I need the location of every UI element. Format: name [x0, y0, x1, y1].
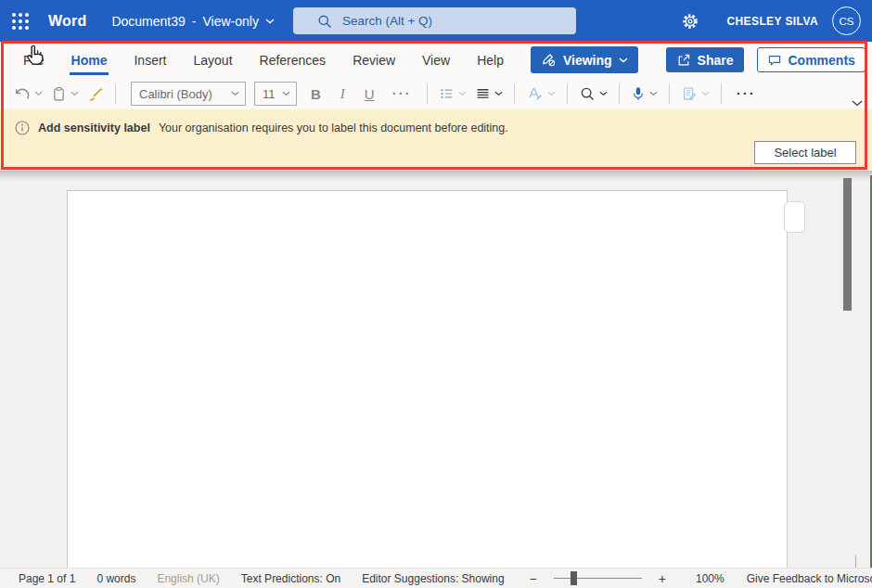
dictate-icon — [631, 85, 646, 103]
chevron-down-icon — [619, 58, 628, 63]
tab-view[interactable]: View — [422, 53, 450, 68]
tab-home[interactable]: Home — [71, 53, 108, 68]
chevron-down-icon — [231, 91, 239, 96]
text-predictions-toggle[interactable]: Text Predictions: On — [241, 572, 340, 585]
align-button[interactable] — [475, 85, 503, 102]
top-bar: Word Document39 - View-only Search (Alt … — [0, 0, 872, 42]
user-name[interactable]: CHESLEY SILVA — [726, 15, 818, 28]
undo-button[interactable] — [13, 85, 43, 103]
chevron-down-icon — [265, 19, 275, 24]
document-title: Document39 — [111, 14, 185, 29]
word-online-window: Word Document39 - View-only Search (Alt … — [0, 0, 872, 588]
comments-button[interactable]: Comments — [757, 47, 866, 72]
bullet-list-button[interactable] — [439, 85, 467, 102]
divider — [619, 83, 620, 104]
paste-icon — [51, 85, 67, 103]
divider — [115, 83, 116, 104]
chevron-down-icon — [852, 100, 863, 107]
chevron-down-icon — [547, 91, 556, 96]
zoom-level[interactable]: 100% — [696, 572, 725, 585]
divider — [514, 83, 515, 104]
chevron-down-icon — [494, 91, 503, 96]
chevron-down-icon — [701, 91, 710, 96]
sensitivity-notification-bar: Add sensitivity label Your organisation … — [0, 109, 872, 171]
select-label-button[interactable]: Select label — [754, 141, 856, 164]
divider — [567, 83, 568, 104]
language-indicator: English (UK) — [157, 572, 219, 585]
bullet-list-icon — [439, 85, 455, 102]
tab-file[interactable]: File — [23, 53, 45, 68]
format-painter-icon — [87, 85, 104, 102]
format-painter-button[interactable] — [87, 85, 104, 102]
vertical-scrollbar-thumb[interactable] — [843, 178, 852, 311]
styles-button[interactable] — [526, 85, 556, 102]
status-bar: Page 1 of 1 0 words English (UK) Text Pr… — [0, 568, 872, 588]
search-icon — [317, 14, 332, 29]
font-name-select[interactable]: Calibri (Body) — [131, 82, 246, 106]
zoom-slider-thumb[interactable] — [571, 571, 577, 585]
zoom-controls: − + 100% Give Feedback to Microsoft — [526, 571, 872, 586]
bold-button[interactable]: B — [305, 86, 327, 102]
search-input[interactable]: Search (Alt + Q) — [293, 7, 576, 34]
tab-review[interactable]: Review — [353, 53, 395, 68]
document-title-control[interactable]: Document39 - View-only — [111, 14, 275, 29]
dictate-button[interactable] — [631, 85, 658, 103]
tab-insert[interactable]: Insert — [134, 53, 166, 68]
viewing-label: Viewing — [563, 53, 612, 68]
font-name-value: Calibri (Body) — [139, 87, 212, 101]
italic-button[interactable]: I — [335, 86, 351, 102]
chevron-down-icon — [71, 91, 79, 96]
app-launcher-button[interactable] — [0, 0, 41, 42]
gear-icon — [681, 12, 699, 31]
document-page[interactable] — [67, 190, 788, 568]
find-button[interactable] — [579, 85, 608, 102]
paste-button[interactable] — [51, 85, 79, 103]
info-icon — [15, 121, 30, 135]
page-indicator[interactable]: Page 1 of 1 — [19, 572, 75, 585]
avatar[interactable]: CS — [832, 6, 861, 35]
viewing-mode-button[interactable]: Viewing — [531, 46, 638, 73]
editor-button[interactable] — [681, 85, 710, 103]
ribbon-action-buttons: Viewing Share Comments — [531, 46, 872, 73]
underline-button[interactable]: U — [359, 86, 380, 102]
tab-help[interactable]: Help — [477, 53, 504, 68]
more-text-options-button[interactable]: ··· — [389, 89, 416, 98]
undo-icon — [13, 85, 31, 103]
title-separator: - — [192, 14, 197, 29]
share-button[interactable]: Share — [666, 47, 744, 72]
ribbon-toolbar: Calibri (Body) 11 B I U ··· — [0, 78, 872, 109]
chevron-down-icon — [458, 91, 467, 96]
pen-slash-icon — [541, 52, 557, 68]
font-size-select[interactable]: 11 — [254, 82, 297, 106]
divider — [669, 83, 670, 104]
chevron-down-icon — [282, 91, 290, 96]
comment-card-stub[interactable] — [784, 201, 805, 233]
tab-layout[interactable]: Layout — [193, 53, 232, 68]
editor-icon — [681, 85, 698, 103]
zoom-in-button[interactable]: + — [655, 571, 670, 586]
search-placeholder: Search (Alt + Q) — [342, 14, 432, 28]
chevron-down-icon — [599, 91, 608, 96]
styles-icon — [526, 85, 544, 102]
zoom-out-button[interactable]: − — [526, 571, 541, 586]
mode-label: View-only — [202, 14, 258, 29]
app-launcher-icon — [12, 13, 29, 30]
more-commands-button[interactable]: ··· — [733, 89, 760, 98]
document-canvas — [0, 171, 872, 568]
chevron-down-icon — [649, 91, 658, 96]
editor-suggestions-toggle[interactable]: Editor Suggestions: Showing — [362, 572, 504, 585]
word-count[interactable]: 0 words — [96, 572, 135, 585]
chevron-down-icon — [34, 91, 43, 96]
notification-message: Your organisation requires you to label … — [159, 121, 508, 134]
align-icon — [475, 85, 491, 102]
avatar-initials: CS — [840, 16, 854, 27]
settings-button[interactable] — [676, 7, 704, 35]
feedback-link[interactable]: Give Feedback to Microsoft — [747, 572, 872, 585]
ribbon-tab-row: File Home Insert Layout References Revie… — [0, 42, 872, 78]
collapse-ribbon-button[interactable] — [852, 100, 863, 107]
zoom-slider[interactable] — [554, 571, 642, 585]
tab-references[interactable]: References — [260, 53, 327, 68]
divider — [721, 83, 722, 104]
app-name[interactable]: Word — [48, 13, 86, 30]
notification-title: Add sensitivity label — [38, 121, 150, 134]
